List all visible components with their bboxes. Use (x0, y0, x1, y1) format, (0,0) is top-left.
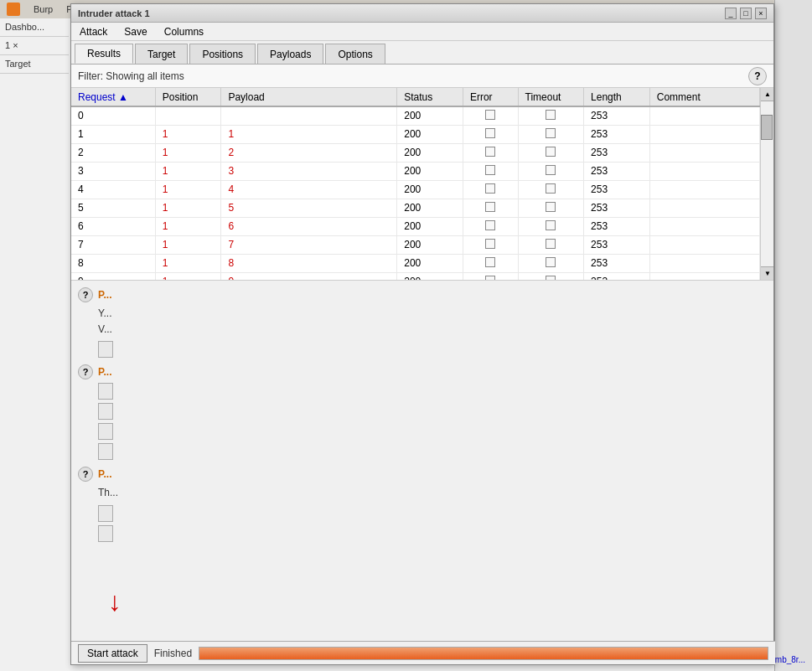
menu-columns[interactable]: Columns (159, 24, 209, 39)
section-2-row1 (98, 383, 767, 400)
cell-request: 8 (71, 254, 155, 272)
section-3-header: ? P... (78, 467, 767, 482)
section-3-desc: Th... (98, 485, 767, 501)
attack-window: Intruder attack 1 _ □ × Attack Save Colu… (70, 3, 774, 665)
tab-positions[interactable]: Positions (189, 44, 256, 64)
cell-status: 200 (397, 180, 463, 199)
cell-timeout (518, 143, 584, 162)
bg-tab-counter[interactable]: 1 × (0, 37, 69, 55)
section-2-btn4[interactable] (98, 443, 113, 460)
tab-options[interactable]: Options (325, 44, 385, 64)
col-payload[interactable]: Payload (221, 88, 397, 106)
table-row[interactable]: 1 1 1 200 253 (71, 125, 760, 143)
window-title: Intruder attack 1 (78, 8, 150, 18)
section-1-btn[interactable] (98, 341, 113, 358)
cell-comment (649, 162, 759, 180)
cell-status: 200 (397, 106, 463, 125)
results-table: Request ▲ Position Payload Status Error (71, 88, 760, 281)
tabs-bar: Results Target Positions Payloads Option… (71, 41, 773, 65)
cell-status: 200 (397, 162, 463, 180)
cell-position: 1 (155, 254, 221, 272)
section-2-btn2[interactable] (98, 403, 113, 420)
cell-comment (649, 254, 759, 272)
cell-error (463, 217, 518, 235)
cell-position (155, 106, 221, 125)
section-3-btn2[interactable] (98, 525, 113, 542)
table-row[interactable]: 3 1 3 200 253 (71, 162, 760, 180)
bg-tab-dashboard[interactable]: Dashbo... (0, 18, 69, 37)
bg-tab-target[interactable]: Target (0, 55, 69, 74)
section-2-help-button[interactable]: ? (78, 364, 93, 379)
start-attack-button[interactable]: Start attack (78, 644, 147, 663)
window-controls: _ □ × (725, 8, 767, 19)
col-payload-label: Payload (228, 91, 264, 103)
maximize-button[interactable]: □ (740, 8, 752, 19)
window-titlebar: Intruder attack 1 _ □ × (71, 4, 773, 23)
section-2-row3 (98, 423, 767, 440)
col-timeout[interactable]: Timeout (518, 88, 584, 106)
section-1-help-button[interactable]: ? (78, 287, 93, 302)
col-timeout-label: Timeout (525, 91, 561, 103)
cell-timeout (518, 272, 584, 281)
col-position-label: Position (163, 91, 199, 103)
tab-results[interactable]: Results (75, 44, 133, 64)
section-3-help-button[interactable]: ? (78, 467, 93, 482)
tab-payloads[interactable]: Payloads (257, 44, 323, 64)
cell-comment (649, 180, 759, 199)
section-2-row4 (98, 443, 767, 460)
cell-payload: 3 (221, 162, 397, 180)
cell-request: 9 (71, 272, 155, 281)
scroll-up-button[interactable]: ▲ (761, 88, 773, 101)
table-row[interactable]: 9 1 9 200 253 (71, 272, 760, 281)
cell-request: 1 (71, 125, 155, 143)
table-row[interactable]: 8 1 8 200 253 (71, 254, 760, 272)
table-row[interactable]: 0 200 253 (71, 106, 760, 125)
menu-attack[interactable]: Attack (75, 24, 112, 39)
scroll-down-button[interactable]: ▼ (761, 266, 773, 280)
cell-error (463, 180, 518, 199)
cell-payload: 2 (221, 143, 397, 162)
table-scrollbar[interactable]: ▲ ▼ (760, 88, 773, 280)
cell-length: 253 (584, 199, 650, 217)
col-comment[interactable]: Comment (649, 88, 759, 106)
section-1-line1: Y... (98, 306, 767, 322)
cell-position: 1 (155, 162, 221, 180)
section-3-btn1[interactable] (98, 505, 113, 522)
col-position[interactable]: Position (155, 88, 221, 106)
cell-position: 1 (155, 143, 221, 162)
section-2-row2 (98, 403, 767, 420)
scroll-thumb[interactable] (761, 115, 773, 140)
right-bg-panel (774, 0, 812, 671)
cell-length: 253 (584, 106, 650, 125)
cell-position: 1 (155, 217, 221, 235)
table-row[interactable]: 6 1 6 200 253 (71, 217, 760, 235)
section-2-btn1[interactable] (98, 383, 113, 400)
cell-request: 7 (71, 235, 155, 254)
table-row[interactable]: 4 1 4 200 253 (71, 180, 760, 199)
menu-save[interactable]: Save (119, 24, 152, 39)
table-row[interactable]: 5 1 5 200 253 (71, 199, 760, 217)
section-2: ? P... (78, 364, 767, 460)
status-bar: Start attack Finished (71, 641, 775, 664)
cell-error (463, 272, 518, 281)
burp-menu-item[interactable]: Burp (34, 4, 53, 14)
minimize-button[interactable]: _ (725, 8, 737, 19)
col-request[interactable]: Request ▲ (71, 88, 155, 106)
cell-status: 200 (397, 125, 463, 143)
close-button[interactable]: × (755, 8, 767, 19)
section-3-row2 (98, 525, 767, 542)
tab-target[interactable]: Target (135, 44, 188, 64)
col-status[interactable]: Status (397, 88, 463, 106)
filter-help-button[interactable]: ? (748, 67, 767, 85)
section-1: ? P... Y... V... (78, 287, 767, 358)
table-row[interactable]: 2 1 2 200 253 (71, 143, 760, 162)
table-row[interactable]: 7 1 7 200 253 (71, 235, 760, 254)
cell-timeout (518, 235, 584, 254)
cell-timeout (518, 180, 584, 199)
cell-request: 2 (71, 143, 155, 162)
cell-error (463, 235, 518, 254)
col-error[interactable]: Error (463, 88, 518, 106)
cell-error (463, 162, 518, 180)
col-length[interactable]: Length (584, 88, 650, 106)
section-2-btn3[interactable] (98, 423, 113, 440)
